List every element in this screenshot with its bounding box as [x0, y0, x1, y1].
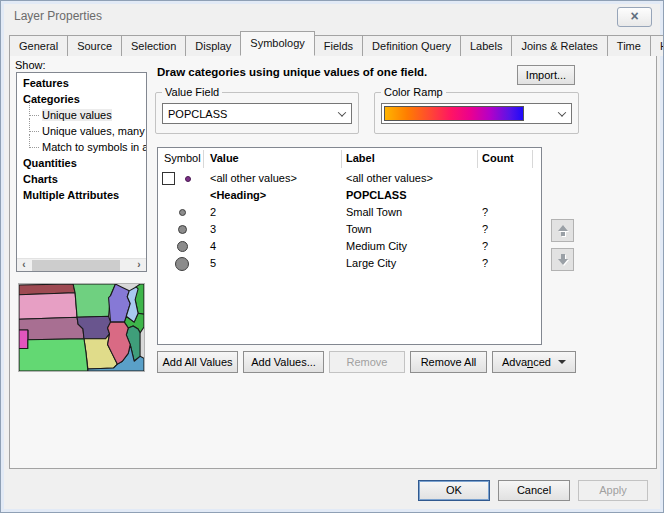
map-preview	[18, 283, 145, 372]
tab-joins-relates[interactable]: Joins & Relates	[511, 35, 607, 56]
value-field-label: Value Field	[162, 86, 222, 98]
scrollbar-thumb[interactable]	[32, 260, 120, 271]
color-ramp-group: Color Ramp	[374, 86, 579, 134]
tree-horizontal-scrollbar[interactable]: ‹ ›	[17, 258, 146, 271]
arrow-up-icon	[558, 225, 568, 231]
table-header-row: Symbol Value Label Count	[158, 148, 541, 170]
tab-symbology[interactable]: Symbology	[240, 31, 314, 56]
title-bar[interactable]: Layer Properties ×	[1, 1, 663, 31]
tab-html-popup[interactable]: HTML Popup	[650, 35, 664, 56]
show-label: Show:	[15, 59, 46, 71]
arrow-down-icon	[558, 259, 568, 265]
tab-labels[interactable]: Labels	[460, 35, 512, 56]
cancel-button[interactable]: Cancel	[498, 480, 570, 501]
tree-item-match-symbols[interactable]: Match to symbols in a	[17, 139, 146, 155]
color-ramp-label: Color Ramp	[381, 86, 446, 98]
apply-button: Apply	[578, 480, 648, 501]
all-other-values-checkbox[interactable]	[162, 172, 175, 185]
import-button[interactable]: Import...	[517, 65, 575, 85]
scroll-left-icon[interactable]: ‹	[17, 259, 31, 272]
table-row[interactable]: 4 Medium City ?	[158, 238, 541, 255]
table-row[interactable]: <Heading> POPCLASS	[158, 187, 541, 204]
remove-all-button[interactable]: Remove All	[410, 351, 487, 373]
value-field-selected: POPCLASS	[163, 108, 333, 120]
unique-values-table: Symbol Value Label Count <all other valu…	[157, 147, 542, 345]
layer-properties-dialog: Layer Properties × General Source Select…	[0, 0, 664, 513]
column-header-symbol[interactable]: Symbol	[164, 152, 201, 164]
symbology-tab-page: Show: Features Categories Unique values …	[9, 55, 657, 469]
chevron-down-icon	[333, 111, 351, 117]
table-row[interactable]: 3 Town ?	[158, 221, 541, 238]
tab-time[interactable]: Time	[607, 35, 651, 56]
color-ramp-swatch	[384, 106, 524, 121]
dialog-title: Layer Properties	[14, 9, 102, 23]
show-tree-list: Features Categories Unique values Unique…	[17, 73, 146, 203]
tab-fields[interactable]: Fields	[314, 35, 363, 56]
close-button[interactable]: ×	[617, 7, 652, 27]
add-values-button[interactable]: Add Values...	[243, 351, 324, 373]
tree-item-charts[interactable]: Charts	[17, 171, 146, 187]
close-icon: ×	[630, 8, 638, 24]
move-up-button[interactable]	[551, 219, 574, 242]
graduated-circle-icon[interactable]	[178, 225, 187, 234]
all-other-values-symbol-icon[interactable]	[185, 176, 191, 182]
graduated-circle-icon[interactable]	[177, 241, 188, 252]
scroll-right-icon[interactable]: ›	[132, 259, 146, 272]
tab-source[interactable]: Source	[67, 35, 122, 56]
value-field-dropdown[interactable]: POPCLASS	[162, 103, 352, 124]
remove-button: Remove	[329, 351, 405, 373]
chevron-down-icon	[553, 111, 571, 117]
tab-display[interactable]: Display	[185, 35, 241, 56]
tab-definition-query[interactable]: Definition Query	[362, 35, 461, 56]
value-field-group: Value Field POPCLASS	[155, 86, 359, 134]
column-header-value[interactable]: Value	[210, 152, 239, 164]
color-ramp-dropdown[interactable]	[381, 103, 572, 124]
advanced-button[interactable]: Advanced	[492, 351, 576, 373]
dropdown-caret-icon	[558, 360, 566, 364]
tab-general[interactable]: General	[9, 35, 68, 56]
table-row[interactable]: <all other values> <all other values>	[158, 170, 541, 187]
show-tree: Features Categories Unique values Unique…	[16, 72, 147, 272]
move-down-button[interactable]	[551, 248, 574, 271]
column-header-label[interactable]: Label	[346, 152, 375, 164]
tab-selection[interactable]: Selection	[121, 35, 186, 56]
graduated-circle-icon[interactable]	[175, 257, 189, 271]
tab-strip: General Source Selection Display Symbolo…	[9, 34, 664, 56]
tree-item-quantities[interactable]: Quantities	[17, 155, 146, 171]
graduated-circle-icon[interactable]	[179, 209, 186, 216]
tree-item-multiple-attributes[interactable]: Multiple Attributes	[17, 187, 146, 203]
method-description: Draw categories using unique values of o…	[157, 66, 427, 78]
map-preview-image	[19, 284, 144, 371]
tree-item-features[interactable]: Features	[17, 75, 146, 91]
add-all-values-button[interactable]: Add All Values	[157, 351, 238, 373]
ok-button[interactable]: OK	[418, 480, 490, 501]
table-row[interactable]: 5 Large City ?	[158, 255, 541, 272]
column-header-count[interactable]: Count	[482, 152, 514, 164]
table-row[interactable]: 2 Small Town ?	[158, 204, 541, 221]
